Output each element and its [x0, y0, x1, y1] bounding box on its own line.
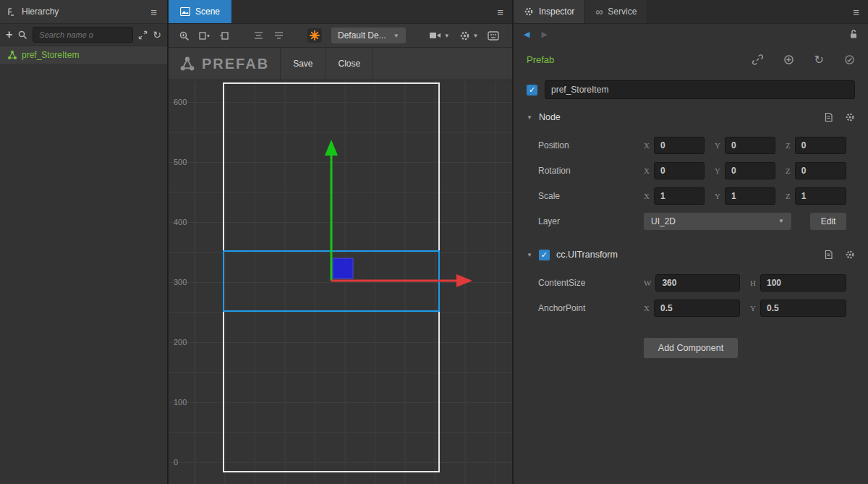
rect-widget-icon[interactable]: [219, 31, 230, 41]
chevron-down-icon: ▼: [444, 33, 450, 39]
position-row: Position X Y Z: [514, 132, 868, 158]
axis-y-label: Y: [715, 166, 720, 175]
axis-y-label: Y: [750, 304, 756, 313]
layer-edit-button[interactable]: Edit: [810, 213, 846, 230]
tree-item-pref-storeitem[interactable]: pref_StoreItem: [0, 46, 167, 64]
refresh-icon[interactable]: ↻: [153, 29, 161, 41]
scale-x-input[interactable]: [654, 187, 705, 205]
node-name-row: ✓: [514, 77, 868, 102]
axis-plane-handle[interactable]: [333, 258, 353, 279]
editor-window: Hierarchy ≡ + ↻ pref_StoreItem: [0, 0, 868, 484]
add-node-button[interactable]: +: [6, 28, 12, 41]
prefab-apply-icon[interactable]: [844, 54, 855, 65]
grid-icon[interactable]: [488, 31, 499, 41]
position-x-input[interactable]: [654, 137, 705, 154]
node-name-input[interactable]: [545, 80, 855, 99]
history-back-button[interactable]: ◀: [524, 30, 529, 39]
search-icon: [17, 30, 27, 40]
zoom-tool-icon[interactable]: [179, 30, 190, 41]
collapse-icon[interactable]: ▼: [527, 114, 532, 121]
scene-settings-dropdown[interactable]: ▼: [459, 30, 479, 41]
rotation-label: Rotation: [538, 166, 644, 176]
history-forward-button[interactable]: ▶: [541, 30, 547, 39]
prefab-close-button[interactable]: Close: [326, 48, 373, 80]
uitransform-section-header[interactable]: ▼ ✓ cc.UITransform: [514, 239, 868, 270]
service-icon: ∞: [595, 6, 603, 17]
gear-icon[interactable]: [845, 250, 855, 260]
rotation-z-input[interactable]: [795, 162, 846, 179]
contentsize-h-input[interactable]: [760, 274, 846, 292]
prefab-unlink-icon[interactable]: [752, 54, 763, 65]
expand-icon[interactable]: [138, 30, 148, 40]
position-y-input[interactable]: [725, 137, 775, 154]
hierarchy-icon: [7, 7, 17, 17]
contentsize-w-input[interactable]: [655, 274, 740, 292]
scene-viewport[interactable]: 600 500 400 300 200 100 0: [169, 80, 512, 484]
axis-z-label: Z: [786, 166, 791, 175]
align-horizontal-icon[interactable]: [253, 31, 264, 40]
uitransform-checkbox[interactable]: ✓: [539, 250, 550, 260]
inspector-menu-icon[interactable]: ≡: [850, 0, 868, 23]
view-mode-dropdown[interactable]: Default De... ▼: [331, 27, 406, 43]
move-widget-icon[interactable]: [199, 31, 210, 41]
axis-z-label: Z: [786, 192, 791, 200]
prefab-status-row: Prefab ↻: [514, 44, 868, 75]
axis-x-label: X: [644, 141, 650, 150]
axis-z-label: Z: [786, 141, 791, 150]
docs-icon[interactable]: [824, 250, 833, 260]
collapse-icon[interactable]: ▼: [527, 252, 532, 258]
hierarchy-title: Hierarchy: [22, 7, 59, 17]
inspector-tab-label: Inspector: [539, 7, 574, 17]
hierarchy-toolbar: + ↻: [0, 24, 167, 46]
scale-y-input[interactable]: [725, 187, 775, 205]
rotation-row: Rotation X Y Z: [514, 158, 868, 183]
prefab-save-button[interactable]: Save: [281, 48, 325, 80]
inspector-gear-icon: [524, 7, 534, 17]
prefab-edit-bar: PREFAB Save Close: [169, 48, 512, 80]
hierarchy-header: Hierarchy ≡: [0, 0, 167, 24]
hierarchy-menu-icon[interactable]: ≡: [148, 6, 160, 18]
position-z-input[interactable]: [795, 137, 846, 154]
view-mode-label: Default De...: [338, 30, 386, 41]
scale-z-input[interactable]: [795, 187, 846, 205]
node-active-checkbox[interactable]: ✓: [527, 85, 537, 95]
layer-row: Layer UI_2D ▼ Edit: [514, 208, 868, 234]
camera-dropdown[interactable]: ▼: [429, 31, 450, 40]
prefab-logo: PREFAB: [169, 48, 280, 80]
service-tab-label: Service: [608, 7, 637, 17]
rotation-x-input[interactable]: [654, 162, 705, 179]
search-input[interactable]: [33, 27, 133, 43]
gizmo-settings-icon[interactable]: [307, 28, 322, 43]
node-section-header[interactable]: ▼ Node: [514, 102, 868, 132]
scene-tab-label: Scene: [195, 7, 220, 17]
gear-icon: [459, 30, 470, 41]
anchorpoint-y-input[interactable]: [760, 300, 846, 317]
docs-icon[interactable]: [824, 112, 833, 122]
prefab-logo-icon: [179, 56, 195, 72]
prefab-locate-icon[interactable]: [783, 54, 794, 65]
tab-inspector[interactable]: Inspector: [514, 0, 585, 23]
search-filter-button[interactable]: [17, 30, 27, 40]
add-component-button[interactable]: Add Component: [644, 338, 738, 358]
uitransform-title: cc.UITransform: [556, 250, 618, 260]
scene-icon: [180, 7, 190, 16]
distribute-icon[interactable]: [273, 31, 284, 40]
tab-service[interactable]: ∞ Service: [585, 0, 647, 23]
gear-icon[interactable]: [845, 112, 855, 122]
layer-label: Layer: [538, 216, 644, 226]
layer-dropdown[interactable]: UI_2D ▼: [644, 213, 791, 230]
chevron-down-icon: ▼: [473, 33, 479, 39]
anchorpoint-x-input[interactable]: [654, 300, 740, 317]
prefab-revert-icon[interactable]: ↻: [814, 53, 824, 67]
scene-tabbar: Scene ≡: [169, 0, 512, 24]
axis-x-label: X: [644, 304, 650, 313]
scene-menu-icon[interactable]: ≡: [494, 0, 512, 23]
gizmo-overlay: [169, 80, 512, 484]
axis-y-label: Y: [715, 192, 720, 200]
position-label: Position: [538, 140, 644, 150]
tab-scene[interactable]: Scene: [169, 0, 231, 23]
scene-toolbar: Default De... ▼ ▼ ▼: [169, 24, 512, 48]
lock-icon[interactable]: [849, 29, 858, 39]
rotation-y-input[interactable]: [725, 162, 775, 179]
tree-item-label: pref_StoreItem: [22, 50, 79, 60]
